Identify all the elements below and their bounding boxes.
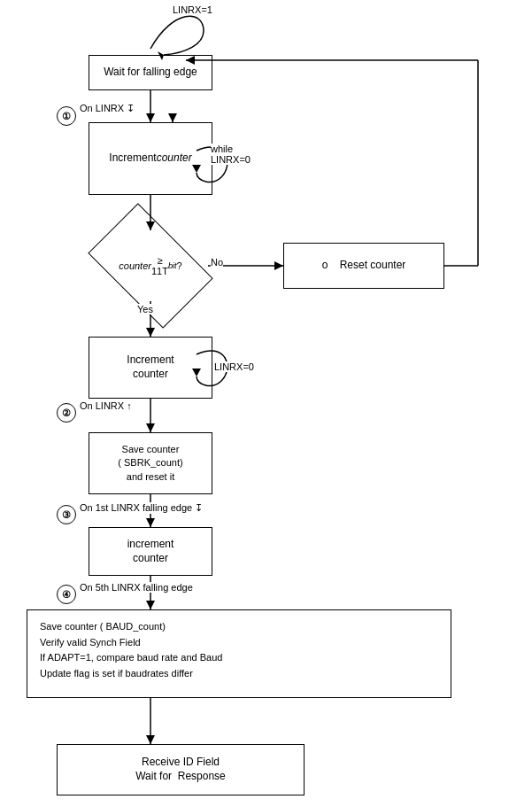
svg-marker-13 (146, 328, 155, 337)
diamond-label: counter ≥11Tbit ? (93, 230, 208, 301)
svg-marker-7 (274, 261, 283, 270)
svg-marker-24 (168, 113, 177, 122)
svg-marker-20 (146, 601, 155, 609)
on-5th-linrx-label: On 5th LINRX falling edge (80, 582, 193, 593)
step3-circle: ③ (57, 505, 76, 524)
svg-marker-16 (146, 423, 155, 432)
no-label: No (211, 257, 223, 268)
increment-counter-1-box: Incrementcounter (89, 122, 212, 195)
svg-marker-2 (146, 113, 155, 122)
svg-marker-18 (146, 518, 155, 527)
while-linrx0-label: whileLINRX=0 (211, 144, 251, 165)
on-1st-linrx-label: On 1st LINRX falling edge ↧ (80, 502, 203, 514)
yes-label: Yes (137, 304, 153, 314)
save-baud-box: Save counter ( BAUD_count) Verify valid … (27, 609, 451, 698)
step2-circle: ② (57, 403, 76, 423)
save-counter-box: Save counter( SBRK_count)and reset it (89, 432, 212, 494)
diamond-wrap: counter ≥11Tbit ? (93, 230, 208, 301)
svg-marker-22 (146, 735, 155, 744)
linrx0-2-label: LINRX=0 (214, 361, 254, 372)
increment-counter-3-box: incrementcounter (89, 527, 212, 576)
wait-for-falling-box: Wait for falling edge (89, 55, 212, 90)
on-linrx-1-label: On LINRX ↧ (80, 103, 135, 114)
on-linrx-2-label: On LINRX ↑ (80, 400, 132, 411)
increment-counter-2-box: Incrementcounter (89, 337, 212, 399)
step4-circle: ④ (57, 585, 76, 604)
step1-circle: ① (57, 106, 76, 126)
receive-id-box: Receive ID FieldWait for Response (57, 744, 305, 795)
reset-counter-box: o Reset counter (283, 243, 444, 289)
linrx1-label: LINRX=1 (173, 4, 212, 15)
flowchart-diagram: LINRX=1 Wait for falling edge ① On LINRX… (0, 0, 532, 807)
